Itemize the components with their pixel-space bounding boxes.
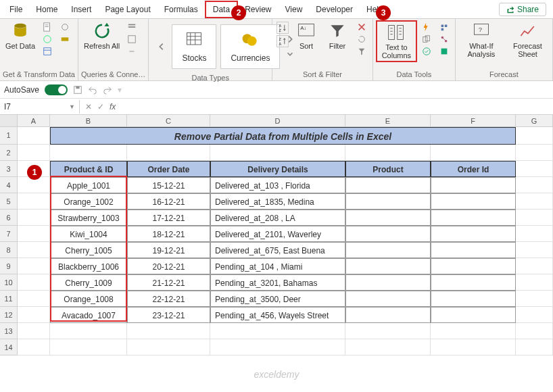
cell[interactable]	[516, 258, 553, 274]
select-all-corner[interactable]	[0, 115, 18, 126]
tab-developer[interactable]: Developer	[309, 2, 360, 17]
sort-button[interactable]: A↓ Sort	[291, 20, 321, 51]
text-to-columns-button[interactable]: Text to Columns	[376, 20, 417, 62]
cell-product[interactable]	[345, 193, 431, 210]
autosave-toggle[interactable]	[45, 84, 68, 95]
cell-order-id[interactable]	[431, 210, 516, 226]
cell-delivery[interactable]: Delivered_at_103 , Florida	[210, 177, 345, 193]
cell[interactable]	[345, 323, 431, 339]
cell-delivery[interactable]: Delivered_at_1835, Medina	[210, 193, 345, 210]
cell[interactable]	[50, 323, 127, 339]
cell[interactable]	[516, 161, 553, 177]
cancel-formula-icon[interactable]: ✕	[85, 102, 92, 112]
stocks-button[interactable]: Stocks	[172, 24, 216, 69]
cell-order-id[interactable]	[431, 307, 516, 323]
cell-product[interactable]	[345, 226, 431, 242]
cell-order-date[interactable]: 22-12-21	[127, 291, 210, 307]
cell[interactable]	[516, 145, 553, 161]
remove-dupes-btn[interactable]	[420, 34, 433, 45]
tab-file[interactable]: File	[3, 2, 29, 17]
queries-btn[interactable]	[125, 22, 139, 32]
cell[interactable]	[18, 339, 50, 356]
cell[interactable]	[431, 339, 516, 356]
cell-order-id[interactable]	[431, 291, 516, 307]
cell[interactable]	[516, 226, 553, 242]
cell-product[interactable]	[345, 177, 431, 193]
cell[interactable]	[18, 210, 50, 226]
filter-button[interactable]: Filter	[322, 20, 352, 51]
currencies-button[interactable]: Currencies	[220, 24, 280, 69]
sort-desc-button[interactable]: ZA	[276, 35, 289, 47]
cell-order-date[interactable]: 15-12-21	[127, 177, 210, 193]
row-header[interactable]: 3	[0, 161, 18, 177]
cell[interactable]	[18, 258, 50, 274]
cell[interactable]	[516, 274, 553, 291]
row-header[interactable]: 10	[0, 274, 18, 291]
cell[interactable]	[127, 339, 210, 356]
consolidate-btn[interactable]	[437, 22, 451, 32]
cell-product-id[interactable]: Cherry_1005	[50, 242, 127, 258]
get-data-button[interactable]: Get Data	[3, 20, 38, 51]
row-header[interactable]: 7	[0, 226, 18, 242]
cell[interactable]	[516, 291, 553, 307]
prev-type-icon[interactable]	[157, 42, 166, 51]
cell-product-id[interactable]: Apple_1001	[50, 177, 127, 193]
row-header[interactable]: 1	[0, 127, 18, 145]
fx-icon[interactable]: fx	[110, 102, 116, 112]
advanced-filter-btn[interactable]	[355, 46, 368, 57]
cell-product-id[interactable]: Strawberry_1003	[50, 210, 127, 226]
share-button[interactable]: Share	[499, 3, 546, 16]
cell-product-id[interactable]: Orange_1002	[50, 193, 127, 210]
header-product[interactable]: Product	[345, 161, 431, 177]
flash-fill-btn[interactable]	[420, 22, 433, 32]
cell-product[interactable]	[345, 307, 431, 323]
cell[interactable]	[516, 210, 553, 226]
row-header[interactable]: 13	[0, 323, 18, 339]
tab-page-layout[interactable]: Page Layout	[98, 2, 157, 17]
cell[interactable]	[18, 323, 50, 339]
forecast-sheet-button[interactable]: Forecast Sheet	[506, 20, 550, 59]
cell[interactable]	[50, 339, 127, 356]
cell-order-date[interactable]: 21-12-21	[127, 274, 210, 291]
cell-order-id[interactable]	[431, 193, 516, 210]
redo-icon[interactable]	[103, 85, 112, 95]
cell[interactable]	[210, 323, 345, 339]
cell[interactable]	[345, 145, 431, 161]
cell-order-date[interactable]: 19-12-21	[127, 242, 210, 258]
cell-order-id[interactable]	[431, 242, 516, 258]
from-table-btn[interactable]	[41, 46, 54, 57]
row-header[interactable]: 8	[0, 242, 18, 258]
cell-product-id[interactable]: Kiwi_1004	[50, 226, 127, 242]
cell[interactable]	[50, 145, 127, 161]
refresh-all-button[interactable]: Refresh All	[81, 20, 122, 51]
data-validation-btn[interactable]	[420, 46, 433, 57]
cell[interactable]	[127, 323, 210, 339]
save-icon[interactable]	[73, 85, 82, 95]
data-model-btn[interactable]	[437, 46, 451, 57]
cell-order-id[interactable]	[431, 226, 516, 242]
cell-product[interactable]	[345, 258, 431, 274]
properties-btn[interactable]	[125, 34, 139, 45]
cell[interactable]	[18, 274, 50, 291]
col-header-G[interactable]: G	[516, 115, 553, 126]
cell-delivery[interactable]: Delivered_at_2101, Waverley	[210, 226, 345, 242]
clear-filter-btn[interactable]	[355, 22, 368, 32]
row-header[interactable]: 4	[0, 177, 18, 193]
cell-product[interactable]	[345, 210, 431, 226]
cell-product[interactable]	[345, 291, 431, 307]
tab-home[interactable]: Home	[29, 2, 64, 17]
sort-asc-button[interactable]: AZ	[276, 22, 289, 34]
reapply-btn[interactable]	[355, 34, 368, 45]
cell-delivery[interactable]: Delivered_at_675, East Buena	[210, 242, 345, 258]
cell[interactable]	[516, 127, 553, 145]
title-cell[interactable]: Remove Partial Data from Multiple Cells …	[50, 127, 516, 145]
col-header-D[interactable]: D	[210, 115, 345, 126]
cell[interactable]	[18, 307, 50, 323]
cell-order-id[interactable]	[431, 177, 516, 193]
cell-delivery[interactable]: Pending_at_3500, Deer	[210, 291, 345, 307]
existing-conn-btn[interactable]	[58, 34, 72, 45]
cell-delivery[interactable]: Pending_at_456, Wayels Street	[210, 307, 345, 323]
cell-order-date[interactable]: 23-12-21	[127, 307, 210, 323]
header-order-id[interactable]: Order Id	[431, 161, 516, 177]
undo-icon[interactable]	[88, 85, 97, 95]
